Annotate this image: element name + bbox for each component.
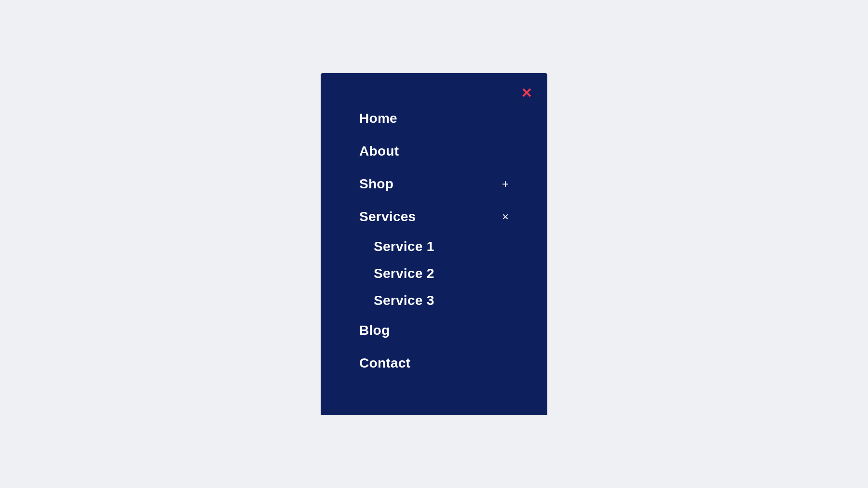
nav-label-shop: Shop [359,176,393,192]
services-submenu: Service 1 Service 2 Service 3 [359,233,509,314]
nav-label-contact: Contact [359,356,410,371]
shop-expand-icon[interactable]: + [502,178,509,190]
nav-label-service2: Service 2 [374,266,434,281]
nav-item-service1[interactable]: Service 1 [374,233,509,260]
nav-label-service3: Service 3 [374,293,434,308]
nav-label-service1: Service 1 [374,239,434,254]
nav-label-home: Home [359,111,397,126]
menu-overlay: ✕ Home About Shop + Services × Service 1… [321,73,547,415]
nav-item-blog[interactable]: Blog [359,314,509,347]
nav-label-about: About [359,144,399,159]
services-collapse-icon[interactable]: × [502,211,509,223]
nav-item-services[interactable]: Services × [359,200,509,233]
nav-item-home[interactable]: Home [359,102,509,135]
close-button[interactable]: ✕ [521,87,532,100]
nav-label-blog: Blog [359,323,390,338]
main-nav: Home About Shop + Services × Service 1 S… [321,102,547,380]
nav-item-contact[interactable]: Contact [359,347,509,380]
nav-label-services: Services [359,209,416,224]
nav-item-shop[interactable]: Shop + [359,168,509,200]
nav-item-about[interactable]: About [359,135,509,168]
nav-item-service2[interactable]: Service 2 [374,260,509,287]
nav-item-service3[interactable]: Service 3 [374,287,509,314]
